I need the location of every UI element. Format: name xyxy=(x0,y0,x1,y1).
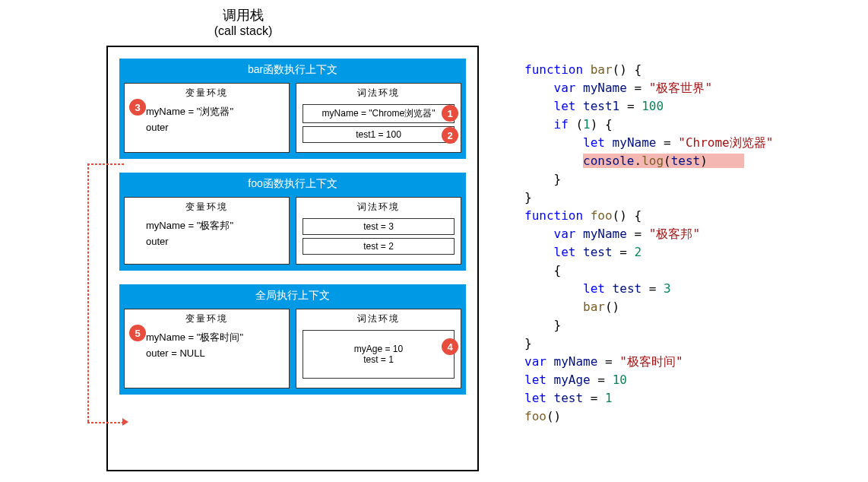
diagram-title: 调用栈 (call stack) xyxy=(0,6,486,38)
frame-title: bar函数执行上下文 xyxy=(121,60,464,80)
fn: bar xyxy=(591,62,613,77)
t: } xyxy=(524,318,561,332)
call-stack-container: bar函数执行上下文 3 变量环境 myName = "浏览器" outer 词… xyxy=(106,46,479,471)
var-line: myName = "极客邦" xyxy=(146,218,283,234)
lex-text: myAge = 10 test = 1 xyxy=(354,344,403,365)
title-english: (call stack) xyxy=(0,24,486,38)
badge-2: 2 xyxy=(442,127,458,144)
env-label: 变量环境 xyxy=(131,201,283,214)
kw: let xyxy=(583,281,605,296)
lex-item: myAge = 10 test = 1 4 xyxy=(303,330,455,379)
badge-3: 3 xyxy=(129,99,146,116)
lexical-environment: 词法环境 myAge = 10 test = 1 4 xyxy=(296,309,461,388)
t: = xyxy=(656,135,678,150)
str: "Chrome浏览器" xyxy=(678,135,773,150)
code-listing: function bar() { var myName = "极客世界" let… xyxy=(524,61,773,426)
frame-title: foo函数执行上下文 xyxy=(121,174,464,194)
t: = xyxy=(597,354,619,369)
fn: foo xyxy=(591,208,613,223)
t: ) { xyxy=(591,117,613,132)
env-label: 词法环境 xyxy=(303,312,455,325)
kw: var xyxy=(554,81,576,95)
t: () { xyxy=(613,208,642,223)
id: myName xyxy=(583,227,627,241)
num: 2 xyxy=(635,245,642,259)
t: ( xyxy=(569,117,583,132)
outer-arrow-vertical xyxy=(87,163,89,422)
id: console xyxy=(583,154,634,168)
var-line: outer = NULL xyxy=(146,346,283,362)
variable-environment: 变量环境 myName = "极客邦" outer xyxy=(124,197,290,265)
variable-environment: 3 变量环境 myName = "浏览器" outer xyxy=(124,83,290,153)
id: test xyxy=(671,154,701,168)
id: myName xyxy=(554,354,598,369)
t: } xyxy=(524,172,561,186)
num: 1 xyxy=(605,391,613,405)
fn: foo xyxy=(524,409,546,423)
stack-frame-global: 全局执行上下文 5 变量环境 myName = "极客时间" outer = N… xyxy=(119,284,466,395)
kw: if xyxy=(554,117,569,132)
num: 3 xyxy=(664,281,671,296)
outer-arrow-top xyxy=(87,163,124,165)
t: } xyxy=(524,336,532,350)
lex-item: myName = "Chrome浏览器" 1 xyxy=(303,104,455,123)
t: . xyxy=(635,154,642,168)
variable-environment: 5 变量环境 myName = "极客时间" outer = NULL xyxy=(124,309,290,388)
num: 10 xyxy=(613,373,627,387)
fn: log xyxy=(641,154,664,168)
str: "极客邦" xyxy=(649,227,700,241)
lex-item: test1 = 100 2 xyxy=(303,126,455,143)
id: myName xyxy=(613,135,657,150)
id: test xyxy=(583,245,613,259)
t: ) xyxy=(700,154,708,168)
kw: let xyxy=(583,135,605,150)
title-chinese: 调用栈 xyxy=(0,6,486,24)
t: = xyxy=(591,373,613,387)
lexical-environment: 词法环境 test = 3 test = 2 xyxy=(296,197,461,265)
env-label: 变量环境 xyxy=(131,312,283,325)
kw: let xyxy=(554,245,576,259)
id: test1 xyxy=(583,99,619,113)
t: () { xyxy=(613,62,642,77)
t: { xyxy=(524,263,561,277)
stack-frame-foo: foo函数执行上下文 变量环境 myName = "极客邦" outer 词法环… xyxy=(119,173,466,271)
var-line: outer xyxy=(146,120,283,136)
badge-1: 1 xyxy=(442,105,458,122)
lex-item: test = 3 xyxy=(303,218,455,235)
var-line: outer xyxy=(146,234,283,250)
var-line: myName = "浏览器" xyxy=(146,104,283,120)
frame-title: 全局执行上下文 xyxy=(121,286,464,306)
t: () xyxy=(546,409,561,423)
kw: var xyxy=(554,227,576,241)
lex-item: test = 2 xyxy=(303,238,455,255)
stack-frame-bar: bar函数执行上下文 3 变量环境 myName = "浏览器" outer 词… xyxy=(119,59,466,159)
t: ( xyxy=(664,154,671,168)
highlighted-line: console.log(test) xyxy=(583,154,744,168)
lexical-environment: 词法环境 myName = "Chrome浏览器" 1 test1 = 100 … xyxy=(296,83,461,153)
num: 1 xyxy=(583,117,591,132)
str: "极客世界" xyxy=(649,81,712,95)
outer-arrow-bottom xyxy=(87,422,124,423)
id: myAge xyxy=(554,373,591,387)
lex-text: test1 = 100 xyxy=(356,129,401,140)
t: () xyxy=(605,300,619,314)
var-line: myName = "极客时间" xyxy=(146,330,283,346)
badge-4: 4 xyxy=(442,338,458,355)
t: = xyxy=(641,281,664,296)
t: = xyxy=(613,245,635,259)
t: = xyxy=(619,99,641,113)
badge-5: 5 xyxy=(129,325,146,341)
env-label: 变量环境 xyxy=(131,87,283,100)
fn: bar xyxy=(583,300,605,314)
env-label: 词法环境 xyxy=(303,87,455,100)
kw: let xyxy=(524,391,546,405)
kw: var xyxy=(524,354,546,369)
t: } xyxy=(524,190,532,205)
outer-arrow-head xyxy=(122,418,128,426)
env-label: 词法环境 xyxy=(303,201,455,214)
kw: function xyxy=(524,208,583,223)
t: = xyxy=(627,227,649,241)
id: test xyxy=(554,391,584,405)
kw: let xyxy=(524,373,546,387)
id: myName xyxy=(583,81,627,95)
